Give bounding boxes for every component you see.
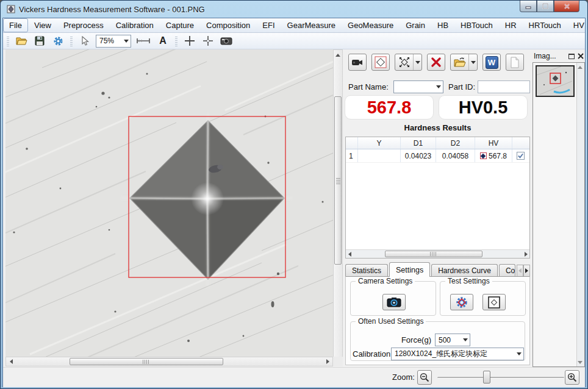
menu-composition[interactable]: Composition [200, 18, 256, 32]
viewer-horizontal-scrollbar[interactable] [5, 357, 333, 366]
microscope-image-viewport[interactable] [5, 49, 333, 357]
menu-preprocess[interactable]: Preprocess [57, 18, 110, 32]
force-combobox[interactable]: 500 [435, 334, 470, 346]
test-settings-button[interactable] [450, 294, 473, 310]
force-value: 500 [436, 336, 461, 344]
chevron-down-icon[interactable] [121, 35, 131, 47]
float-panel-icon[interactable] [568, 54, 575, 59]
settings-tab-strip: Statistics Settings Hardness Curve Conve… [345, 262, 530, 277]
magnifier-plus-icon [567, 373, 577, 382]
menu-view[interactable]: View [28, 18, 57, 32]
menu-capture[interactable]: Capture [160, 18, 200, 32]
open-image-splitbutton[interactable] [450, 54, 478, 71]
crosshair-plus-icon[interactable] [182, 34, 197, 48]
save-button[interactable] [32, 34, 47, 48]
viewer-vertical-scrollbar[interactable] [333, 49, 343, 366]
table-horizontal-scrollbar[interactable] [346, 249, 529, 258]
open-folder-icon[interactable] [451, 54, 469, 70]
video-capture-button[interactable] [348, 54, 367, 71]
close-button[interactable] [554, 1, 579, 12]
indenter-pattern-button[interactable] [482, 294, 506, 310]
row-index: 1 [346, 149, 358, 162]
image-thumbnail-list[interactable] [532, 62, 585, 367]
delete-result-button[interactable] [427, 54, 445, 71]
menu-hrtouch[interactable]: HRTouch [523, 18, 567, 32]
export-word-button[interactable]: W [482, 54, 501, 71]
force-label: Force(g) [369, 335, 431, 344]
menu-hr[interactable]: HR [499, 18, 523, 32]
row-hv: 567.8 [475, 149, 512, 162]
zoom-combobox-value: 75% [96, 37, 121, 45]
diamond-pattern-icon [488, 296, 500, 309]
measure-ruler-icon[interactable] [135, 34, 152, 48]
check-icon [517, 152, 524, 159]
col-d1[interactable]: D1 [401, 137, 436, 149]
menu-gearmeasure[interactable]: GearMeasure [281, 18, 342, 32]
center-target-icon[interactable] [201, 34, 215, 48]
thumbnail-list-scrollbar[interactable] [576, 63, 584, 366]
scroll-left-arrow[interactable] [7, 357, 15, 366]
tab-conversion[interactable]: Conver [499, 264, 515, 277]
scroll-left-arrow[interactable] [346, 250, 353, 258]
auto-measure-button[interactable] [371, 54, 390, 71]
tab-scroll-left-arrow[interactable] [517, 265, 523, 277]
tab-scroll-right-arrow[interactable] [523, 265, 530, 277]
col-check[interactable] [512, 137, 528, 149]
part-id-input[interactable] [478, 80, 530, 93]
zoom-out-button[interactable] [417, 370, 432, 385]
col-index[interactable] [346, 137, 358, 149]
chevron-down-icon[interactable] [469, 54, 477, 70]
settings-gear-icon[interactable] [51, 34, 65, 48]
tab-hardness-curve[interactable]: Hardness Curve [431, 264, 498, 277]
chevron-down-icon[interactable] [514, 348, 523, 360]
menu-efi[interactable]: EFI [256, 18, 281, 32]
camera-settings-button[interactable] [382, 294, 406, 310]
table-row[interactable]: 1 0.04023 0.04058 567.8 [346, 149, 529, 163]
zoom-in-button[interactable] [565, 370, 579, 385]
text-annotation-tool[interactable]: A [156, 34, 170, 48]
tab-statistics[interactable]: Statistics [345, 264, 388, 277]
menu-hb[interactable]: HB [431, 18, 454, 32]
menu-geomeasure[interactable]: GeoMeasure [342, 18, 400, 32]
col-d2[interactable]: D2 [436, 137, 475, 149]
menu-hbtouch[interactable]: HBTouch [454, 18, 499, 32]
chevron-down-icon[interactable] [414, 54, 421, 70]
zoom-slider-track[interactable] [437, 377, 564, 379]
zoom-slider-thumb[interactable] [483, 371, 490, 384]
measurement-toolbar: W [348, 54, 524, 71]
part-name-label: Part Name: [348, 82, 389, 91]
camera-capture-icon[interactable] [219, 34, 234, 48]
open-file-button[interactable] [14, 34, 29, 48]
menu-file[interactable]: File [3, 18, 28, 32]
scroll-down-arrow[interactable] [576, 359, 584, 366]
select-cursor-icon[interactable] [77, 34, 92, 48]
scroll-up-arrow[interactable] [334, 51, 342, 59]
col-hv[interactable]: HV [475, 137, 512, 149]
scroll-right-arrow[interactable] [323, 357, 332, 366]
measure-arrows-icon[interactable] [395, 54, 414, 70]
tab-settings[interactable]: Settings [389, 262, 430, 277]
minimize-button[interactable] [520, 1, 537, 12]
calibration-combobox[interactable]: 1280X1024_维氏标定块标定 [391, 348, 524, 360]
images-panel-title: Imag... [534, 52, 568, 60]
menu-grain[interactable]: Grain [400, 18, 431, 32]
zoom-combobox[interactable]: 75% [96, 35, 131, 48]
scroll-up-arrow[interactable] [576, 63, 584, 71]
chevron-down-icon[interactable] [461, 334, 470, 346]
viewer-vscroll-thumb[interactable] [334, 96, 342, 265]
close-panel-icon[interactable] [578, 53, 584, 59]
manual-measure-splitbutton[interactable] [395, 54, 422, 71]
menu-calibration[interactable]: Calibration [110, 18, 160, 32]
often-used-settings-label: Often Used Settings [356, 317, 426, 326]
chevron-down-icon[interactable] [434, 81, 443, 93]
table-hscroll-thumb[interactable] [385, 251, 482, 257]
maximize-button[interactable] [537, 1, 554, 12]
scroll-right-arrow[interactable] [522, 250, 529, 258]
menu-hv[interactable]: HV [567, 18, 588, 32]
new-blank-button[interactable] [506, 54, 524, 71]
col-y[interactable]: Y [358, 137, 401, 149]
row-checkbox[interactable] [517, 152, 525, 160]
image-thumbnail-selected[interactable] [536, 65, 575, 97]
viewer-hscroll-thumb[interactable] [70, 358, 223, 365]
part-name-combobox[interactable] [393, 80, 443, 93]
